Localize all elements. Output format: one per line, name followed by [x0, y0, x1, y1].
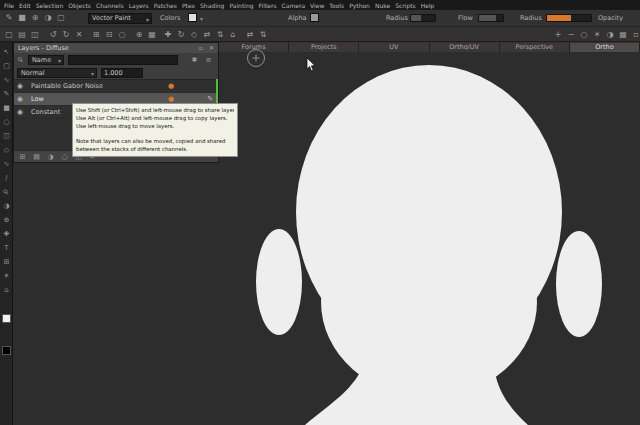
tab-perspective[interactable]: Perspective	[500, 43, 570, 52]
view-tool-icon[interactable]: ⌂	[0, 284, 13, 297]
menu-patches[interactable]: Patches	[154, 2, 177, 9]
translate-tool-icon[interactable]: ✚	[162, 29, 174, 41]
brush-radius-slider[interactable]	[546, 14, 592, 22]
palette-float-icon[interactable]: ▫	[196, 43, 205, 53]
tab-projects[interactable]: Projects	[289, 43, 359, 52]
vector-paint-tool-icon[interactable]: ✚	[0, 228, 13, 241]
zoom-out-icon[interactable]: −	[565, 29, 577, 41]
grid-toggle-icon[interactable]: ▦	[146, 29, 158, 41]
layer-row-paintable-gabor-noise[interactable]: ◉ Paintable Gabor Noise ●	[14, 80, 218, 93]
tab-ortho[interactable]: Ortho	[570, 43, 640, 52]
shading-mode-icon[interactable]: ◑	[604, 29, 616, 41]
marquee-select-tool-icon[interactable]: ▢	[0, 60, 13, 73]
delete-icon[interactable]: ✕	[73, 29, 85, 41]
paint-tool-icon[interactable]: ✎	[3, 12, 15, 24]
paint-mode-dropdown[interactable]: Vector Paint ▾	[88, 13, 152, 24]
layers-search-input[interactable]	[68, 55, 178, 65]
blur-tool-icon[interactable]: ○	[0, 116, 13, 129]
add-folder-icon[interactable]: ▤	[31, 152, 42, 162]
foreground-color-well[interactable]	[2, 314, 11, 323]
paint-target-icon[interactable]: ⊕	[133, 29, 145, 41]
dolly-camera-icon[interactable]: ⇅	[214, 29, 226, 41]
pan-camera-icon[interactable]: ⇄	[201, 29, 213, 41]
menu-selection[interactable]: Selection	[36, 2, 64, 9]
filter-field-dropdown[interactable]: Name ▾	[28, 55, 64, 65]
menu-painting[interactable]: Painting	[229, 2, 253, 9]
smear-tool-icon[interactable]: /	[0, 172, 13, 185]
scale-tool-icon[interactable]: ◇	[188, 29, 200, 41]
gradient-tool-icon[interactable]: ◑	[0, 200, 13, 213]
add-adjustment-icon[interactable]: ◑	[45, 152, 56, 162]
clone-stamp-tool-icon[interactable]: ◫	[0, 130, 13, 143]
menu-edit[interactable]: Edit	[19, 2, 31, 9]
blend-mode-dropdown[interactable]: Normal ▾	[17, 68, 97, 78]
mirror-y-icon[interactable]: ⇅	[257, 29, 269, 41]
tab-ortho-uv[interactable]: Ortho/UV	[430, 43, 500, 52]
color-picker-tool-icon[interactable]: ⚲	[0, 186, 13, 199]
frame-selected-icon[interactable]: ⌂	[227, 29, 239, 41]
menu-ptex[interactable]: Ptex	[182, 2, 195, 9]
layer-visibility-eye-icon[interactable]: ◉	[17, 106, 23, 119]
layers-filter-row: ⚲ Name ▾ ✱ ≡	[14, 54, 218, 66]
layer-visibility-eye-icon[interactable]: ◉	[17, 80, 23, 93]
mirror-x-icon[interactable]: ⇄	[244, 29, 256, 41]
menu-python[interactable]: Python	[349, 2, 370, 9]
rotate-tool-icon[interactable]: ↻	[175, 29, 187, 41]
wireframe-toggle-icon[interactable]: ▦	[617, 29, 629, 41]
open-project-icon[interactable]: ▤	[16, 29, 28, 41]
new-project-icon[interactable]: ▢	[3, 29, 15, 41]
warp-tool-icon[interactable]: ◇	[0, 144, 13, 157]
text-tool-icon[interactable]: T	[0, 242, 13, 255]
menu-file[interactable]: File	[4, 2, 14, 9]
flow-slider[interactable]	[478, 14, 504, 22]
select-objects-tool-icon[interactable]: ↖	[0, 46, 13, 59]
menu-camera[interactable]: Camera	[282, 2, 306, 9]
add-layer-icon[interactable]: ⊞	[17, 152, 28, 162]
paint-through-icon[interactable]: ⊕	[29, 12, 41, 24]
mask-edit-icon[interactable]: ◑	[42, 12, 54, 24]
snapshot-icon[interactable]: ○	[116, 29, 128, 41]
menu-filters[interactable]: Filters	[259, 2, 277, 9]
layers-palette-titlebar[interactable]: Layers - Diffuse ▫ ✕	[14, 43, 218, 53]
menu-view[interactable]: View	[310, 2, 324, 9]
fill-tool-icon[interactable]: ⊕	[0, 214, 13, 227]
save-project-icon[interactable]: ◫	[29, 29, 41, 41]
redo-icon[interactable]: ↻	[60, 29, 72, 41]
background-color-well[interactable]	[2, 346, 11, 355]
menu-objects[interactable]: Objects	[68, 2, 91, 9]
add-procedural-icon[interactable]: ○	[59, 152, 70, 162]
menu-nuke[interactable]: Nuke	[375, 2, 390, 9]
tab-uv[interactable]: UV	[359, 43, 429, 52]
menu-tools[interactable]: Tools	[329, 2, 344, 9]
filter-settings-icon[interactable]: ✱	[189, 55, 200, 65]
lighting-mode-icon[interactable]: ☀	[591, 29, 603, 41]
menu-layers[interactable]: Layers	[129, 2, 149, 9]
tooltip-line: Note that layers can also be moved, copi…	[76, 137, 234, 145]
blit-icon[interactable]: ▢	[55, 12, 67, 24]
lasso-select-tool-icon[interactable]: ∿	[0, 74, 13, 87]
alpha-swatch[interactable]	[310, 13, 319, 22]
erase-tool-icon[interactable]: ■	[16, 12, 28, 24]
zoom-reset-icon[interactable]: ○	[578, 29, 590, 41]
layer-visibility-eye-icon[interactable]: ◉	[17, 93, 23, 106]
light-tool-icon[interactable]: ☀	[0, 270, 13, 283]
undo-icon[interactable]: ↺	[47, 29, 59, 41]
layers-menu-icon[interactable]: ≡	[203, 55, 214, 65]
menu-help[interactable]: Help	[421, 2, 435, 9]
copy-icon[interactable]: ⊞	[90, 29, 102, 41]
measure-tool-icon[interactable]: ⊞	[0, 256, 13, 269]
slerp-tool-icon[interactable]: ∿	[0, 158, 13, 171]
menu-shading[interactable]: Shading	[200, 2, 224, 9]
menu-scripts[interactable]: Scripts	[395, 2, 416, 9]
zoom-in-icon[interactable]: +	[552, 29, 564, 41]
palette-close-icon[interactable]: ✕	[207, 43, 216, 53]
eraser-tool-icon[interactable]: ■	[0, 102, 13, 115]
foreground-color-swatch[interactable]	[188, 13, 197, 22]
maximize-viewport-icon[interactable]: ▫	[630, 29, 640, 41]
layer-amount-input[interactable]	[101, 68, 143, 78]
colors-chevron-icon[interactable]: ▾	[200, 15, 203, 22]
menu-channels[interactable]: Channels	[96, 2, 124, 9]
paint-brush-tool-icon[interactable]: ✎	[0, 88, 13, 101]
paste-icon[interactable]: ⊟	[103, 29, 115, 41]
radius-slider[interactable]	[410, 14, 436, 22]
